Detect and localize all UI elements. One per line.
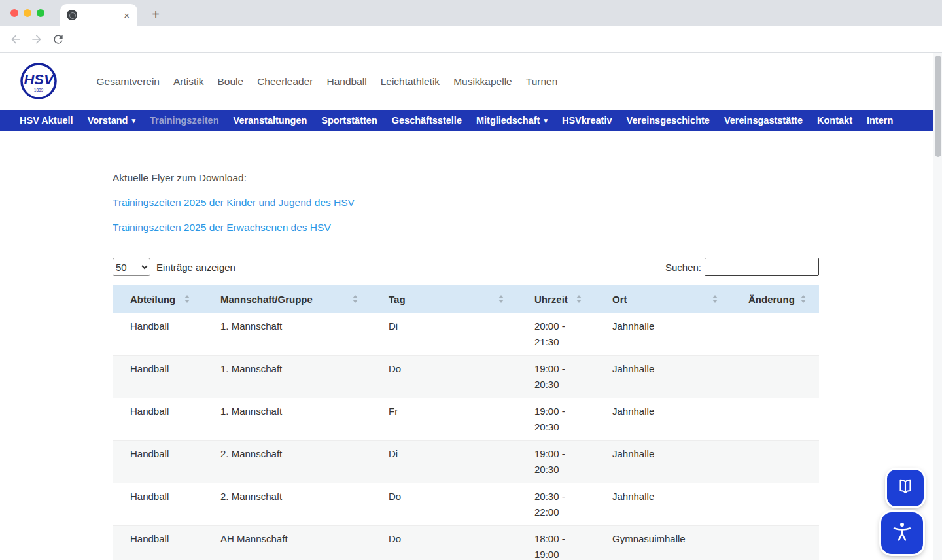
sort-icon — [576, 295, 582, 303]
sort-icon — [353, 295, 358, 303]
window-minimize-button[interactable] — [24, 9, 31, 17]
site-header: HSV 1889 Gesamtverein Artistik Boule Che… — [0, 53, 933, 110]
table-header-row: Abteilung Mannschaft/Gruppe Tag Uhrzeit … — [113, 285, 819, 313]
nav-geschaeftsstelle[interactable]: Geschäftsstelle — [385, 115, 469, 126]
browser-window: × + https://www.hsvhockenheim.de/trainin… — [0, 0, 942, 560]
reading-mode-button[interactable] — [887, 470, 924, 506]
flyer-link-erwachsene[interactable]: Trainingszeiten 2025 der Erwachsenen des… — [113, 222, 331, 234]
search-label: Suchen: — [665, 262, 701, 273]
svg-text:HSV: HSV — [24, 71, 55, 88]
nav-gesamtverein[interactable]: Gesamtverein — [90, 76, 166, 88]
accessibility-button[interactable] — [881, 512, 923, 554]
table-row: Handball1. MannschaftDi20:00 - 21:30Jahn… — [113, 313, 819, 356]
table-row: HandballAH MannschaftDo18:00 - 19:00Gymn… — [113, 526, 819, 560]
page-length-control: 50 Einträge anzeigen — [113, 258, 236, 276]
nav-boule[interactable]: Boule — [211, 76, 251, 88]
nav-vereinsgeschichte[interactable]: Vereinsgeschichte — [619, 115, 717, 126]
table-row: Handball2. MannschaftDi19:00 - 20:30Jahn… — [113, 441, 819, 483]
chevron-down-icon: ▾ — [131, 116, 135, 125]
svg-text:1889: 1889 — [34, 88, 44, 92]
browser-toolbar: https://www.hsvhockenheim.de/trainingsze… — [0, 26, 942, 53]
search-input[interactable] — [705, 258, 819, 276]
nav-veranstaltungen[interactable]: Veranstaltungen — [226, 115, 315, 126]
page-size-select[interactable]: 50 — [113, 258, 150, 276]
column-header-tag[interactable]: Tag — [371, 285, 517, 313]
nav-turnen[interactable]: Turnen — [519, 76, 565, 88]
open-book-icon — [896, 477, 915, 499]
hsv-logo[interactable]: HSV 1889 — [20, 62, 58, 100]
nav-hsv-aktuell[interactable]: HSV Aktuell — [12, 115, 80, 126]
nav-cheerleader[interactable]: Cheerleader — [251, 76, 320, 88]
nav-trainingszeiten[interactable]: Trainingszeiten — [143, 115, 226, 126]
new-tab-button[interactable]: + — [147, 5, 165, 24]
browser-tab[interactable]: × — [60, 4, 137, 26]
column-header-abteilung[interactable]: Abteilung — [113, 285, 203, 313]
web-page: HSV 1889 Gesamtverein Artistik Boule Che… — [0, 53, 933, 560]
nav-kontakt[interactable]: Kontakt — [810, 115, 860, 126]
nav-artistik[interactable]: Artistik — [166, 76, 211, 88]
table-search-control: Suchen: — [665, 258, 819, 276]
nav-vorstand[interactable]: Vorstand▾ — [80, 115, 143, 126]
department-nav: Gesamtverein Artistik Boule Cheerleader … — [90, 53, 565, 110]
window-zoom-button[interactable] — [37, 9, 44, 17]
back-icon[interactable] — [9, 33, 22, 46]
table-row: Handball1. MannschaftFr19:00 - 20:30Jahn… — [113, 398, 819, 441]
table-row: Handball2. MannschaftDo20:30 - 22:00Jahn… — [113, 483, 819, 526]
sort-icon — [801, 295, 806, 303]
nav-handball[interactable]: Handball — [320, 76, 374, 88]
flyer-link-kinder[interactable]: Trainingszeiten 2025 der Kinder und Juge… — [113, 197, 355, 209]
column-header-aenderung[interactable]: Änderung — [731, 285, 819, 313]
page-scrollbar[interactable] — [933, 53, 942, 560]
entries-label: Einträge anzeigen — [156, 262, 236, 273]
reload-icon[interactable] — [52, 33, 65, 46]
nav-sportstaetten[interactable]: Sportstätten — [314, 115, 384, 126]
main-nav: HSV Aktuell Vorstand▾ Trainingszeiten Ve… — [0, 110, 933, 131]
nav-hsvkreativ[interactable]: HSVkreativ — [555, 115, 619, 126]
nav-musikkapelle[interactable]: Musikkapelle — [447, 76, 519, 88]
tab-strip: × + — [0, 0, 942, 26]
scrollbar-thumb[interactable] — [935, 56, 941, 157]
site-favicon-icon — [67, 10, 77, 20]
table-row: Handball1. MannschaftDo19:00 - 20:30Jahn… — [113, 356, 819, 398]
sort-icon — [712, 295, 718, 303]
nav-mitgliedschaft[interactable]: Mitgliedschaft▾ — [469, 115, 555, 126]
accessibility-person-icon — [890, 520, 914, 546]
column-header-uhrzeit[interactable]: Uhrzeit — [517, 285, 595, 313]
column-header-ort[interactable]: Ort — [595, 285, 731, 313]
tab-close-icon[interactable]: × — [122, 10, 131, 20]
column-header-mannschaft[interactable]: Mannschaft/Gruppe — [203, 285, 371, 313]
trainingszeiten-table: Abteilung Mannschaft/Gruppe Tag Uhrzeit … — [113, 285, 819, 560]
sort-icon — [498, 295, 504, 303]
forward-icon[interactable] — [30, 33, 43, 46]
nav-leichtathletik[interactable]: Leichtathletik — [374, 76, 446, 88]
intro-text: Aktuelle Flyer zum Download: — [113, 172, 247, 184]
window-close-button[interactable] — [10, 9, 18, 17]
nav-vereinsgaststaette[interactable]: Vereinsgaststätte — [717, 115, 810, 126]
sort-icon — [184, 295, 190, 303]
nav-intern[interactable]: Intern — [860, 115, 900, 126]
chevron-down-icon: ▾ — [544, 116, 548, 125]
